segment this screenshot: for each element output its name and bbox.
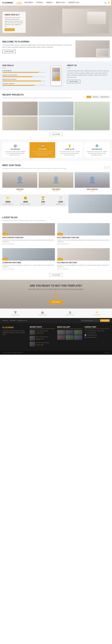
welcome-title: WELCOME TO FLOORING: [2, 40, 72, 43]
projects-header: RECENT PROJECTS Curabitur accumsan turpi…: [2, 94, 110, 100]
gallery-item[interactable]: [66, 330, 74, 335]
subscribe-email-input[interactable]: [81, 319, 99, 322]
footer-bottom: © 2024 Flooring. All Rights Reserved. Jo…: [0, 351, 112, 355]
gallery-item[interactable]: [74, 330, 82, 335]
gallery-item[interactable]: [57, 335, 65, 340]
stats-office-image: 🏢: [69, 194, 112, 213]
skill-design: GRAPHIC DESIGN: [2, 83, 45, 86]
skill-bar: [2, 76, 45, 77]
location-icon: 📍: [85, 330, 86, 332]
nav-studio[interactable]: STUDIO ▾: [36, 2, 44, 4]
email-icon: ✉️: [85, 334, 86, 336]
subscribe-button[interactable]: SUBSCRIBE: [100, 319, 110, 322]
project-item[interactable]: [74, 102, 110, 130]
footer-recent-posts: RECENT POSTS Lorem ipsum dolor sit Jan 1…: [30, 326, 55, 348]
team-navigation: ‹ ›: [104, 166, 110, 169]
navigation: FLOORING HOME EXPLORE ▾ STUDIO ▾ PAGES ▾…: [0, 0, 112, 6]
project-item[interactable]: [38, 116, 74, 130]
mission-grid: 🏢 OUR MISSION Lorem ipsum dolor sit amet…: [2, 142, 110, 158]
footer-post-content: Sed do eiusmod tempor Jan 22, 2024: [36, 342, 49, 346]
copyright-text: © 2024 Flooring. All Rights Reserved.: [2, 352, 23, 354]
hero-cta-button[interactable]: READ MORE: [5, 28, 15, 31]
cta-buy-button[interactable]: BUY NOW: [49, 300, 63, 304]
blog-content: LOGMA MPU RUPU MINE Excepteur sint occae…: [2, 260, 55, 271]
nav-about[interactable]: ABOUT US ▾: [55, 2, 66, 4]
blog-meta: Admin | Comments: 3: [57, 243, 110, 245]
cta-play-button[interactable]: ▶: [53, 292, 59, 298]
team-member: 👤 MIKE JOHNSON Manager: [75, 172, 110, 192]
blog-title: LATEST BLOG: [2, 216, 110, 219]
footer-grid: FLOORING Lorem ipsum dolor sit amet, con…: [2, 326, 110, 348]
blog-image[interactable]: 25 Jan 04: [57, 248, 110, 260]
blog-load-more-button[interactable]: LOAD MORE: [49, 273, 63, 277]
stat-label: TOTAL PROJECT: [2, 204, 15, 205]
blog-grid: 15 Jan 01 OPVLA INCUNTI CURIS NOV Except…: [2, 223, 110, 271]
nav-icons: 🔍 ☰: [104, 2, 110, 4]
twitter-link[interactable]: TWITTER: [2, 320, 8, 321]
partner-name: BOLD EAGLE: [12, 314, 20, 316]
blog-image[interactable]: 22 Jan 03: [2, 248, 55, 260]
member-role: Developer: [39, 190, 74, 192]
footer: FLOORING Lorem ipsum dolor sit amet, con…: [0, 323, 112, 351]
nav-home[interactable]: HOME: [16, 2, 22, 4]
skills-underline: [2, 68, 6, 68]
tab-design[interactable]: DESIGN: [92, 96, 99, 98]
search-icon[interactable]: 🔍: [104, 2, 107, 4]
team-next-button[interactable]: ›: [107, 166, 110, 169]
stat-total-project: 📁 5000 TOTAL PROJECT: [0, 194, 16, 206]
about-title: ABOUT US: [67, 64, 110, 66]
skill-label: USER & ACCOUNTING: [2, 74, 45, 76]
tab-webdesign[interactable]: WEB DESIGN: [99, 96, 110, 98]
skill-label: GRAPHIC DESIGN: [2, 83, 45, 84]
logo[interactable]: FLOORING: [2, 2, 13, 4]
footer-post-content: Amet consectetur elit Jan 18, 2024: [36, 336, 48, 340]
folder-icon: 📁: [2, 196, 15, 200]
watermark-text: JoomlaFrox: [103, 352, 110, 354]
blog-image[interactable]: 15 Jan 01: [2, 223, 55, 236]
blog-image[interactable]: 18 Jan 02: [57, 223, 110, 236]
about-learn-button[interactable]: LEARN MORE: [67, 80, 80, 83]
about-content: ABOUT US Fusce at malesuada nulla. Vesti…: [67, 64, 110, 87]
facebook-link[interactable]: FACEBOOK PLUS: [17, 320, 27, 321]
tab-all[interactable]: ALL: [87, 96, 91, 98]
blog-post-text: Excepteur sint occaecat cupidatat non pr…: [2, 239, 55, 242]
blog-content: PLICI TEENA MEU TUNA JRE Excepteur sint …: [57, 236, 110, 246]
nav-links: HOME EXPLORE ▾ STUDIO ▾ PAGES ▾ ABOUT US…: [16, 2, 104, 4]
cta-section: ARE YOU READY TO BUY THIS TEMPLATE? Lore…: [0, 280, 112, 308]
team-prev-button[interactable]: ‹: [104, 166, 106, 169]
project-item[interactable]: [2, 102, 38, 116]
load-more-button[interactable]: LOAD MORE: [49, 132, 63, 136]
member-name: JOHN DOE: [2, 188, 37, 190]
youtube-link[interactable]: YOUTUBE: [10, 320, 16, 321]
nav-contact[interactable]: CONTACT US ▾: [68, 2, 80, 4]
gallery-item[interactable]: [57, 330, 65, 335]
project-item[interactable]: [2, 116, 38, 130]
team-header: MEET OUR TEAM Lorem ipsum dolor sit amet…: [2, 164, 110, 171]
project-item[interactable]: [38, 102, 74, 116]
skills-title: OUR SKILLS: [2, 64, 45, 66]
partners-section: 🦅 BOLD EAGLE 🏨 HOTEL ROYAL 🏛️ BOOM PALAC…: [0, 308, 112, 318]
mission-icon: 🏢: [4, 144, 26, 148]
stats-left: 📁 5000 TOTAL PROJECT 😊 4800 HAPPY CLIENT…: [0, 194, 69, 213]
core-value-card: 💡 CORE VALUE Lorem ipsum dolor sit amet.…: [57, 142, 82, 158]
blog-number: 04: [59, 257, 61, 259]
footer-logo: FLOORING: [2, 326, 27, 329]
cta-title: ARE YOU READY TO BUY THIS TEMPLATE?: [2, 284, 110, 287]
gallery-item[interactable]: [66, 335, 74, 340]
cta-text: Lorem ipsum dolor sit amet, consectetur …: [2, 288, 110, 290]
skill-label: WORDPRESS: [2, 70, 45, 72]
post-title: Sed do eiusmod tempor: [36, 342, 49, 344]
footer-about: FLOORING Lorem ipsum dolor sit amet, con…: [2, 326, 27, 348]
nav-explore[interactable]: EXPLORE ▾: [24, 2, 34, 4]
partner-name: BOOM PALACE: [66, 314, 75, 316]
recent-posts-title: RECENT POSTS: [30, 326, 55, 329]
nav-pages[interactable]: PAGES ▾: [46, 2, 53, 4]
menu-icon[interactable]: ☰: [108, 2, 110, 4]
projects-title-area: RECENT PROJECTS Curabitur accumsan turpi…: [2, 94, 72, 100]
gallery-item[interactable]: [74, 335, 82, 340]
welcome-learn-button[interactable]: LEARN MORE: [2, 50, 16, 53]
skill-bar: [2, 72, 45, 73]
blog-post-text: Excepteur sint occaecat cupidatat non pr…: [57, 239, 110, 242]
blog-post-title: PLICI TEENA MEU TUNA JRE: [57, 237, 110, 238]
blog-number: 03: [4, 257, 6, 259]
